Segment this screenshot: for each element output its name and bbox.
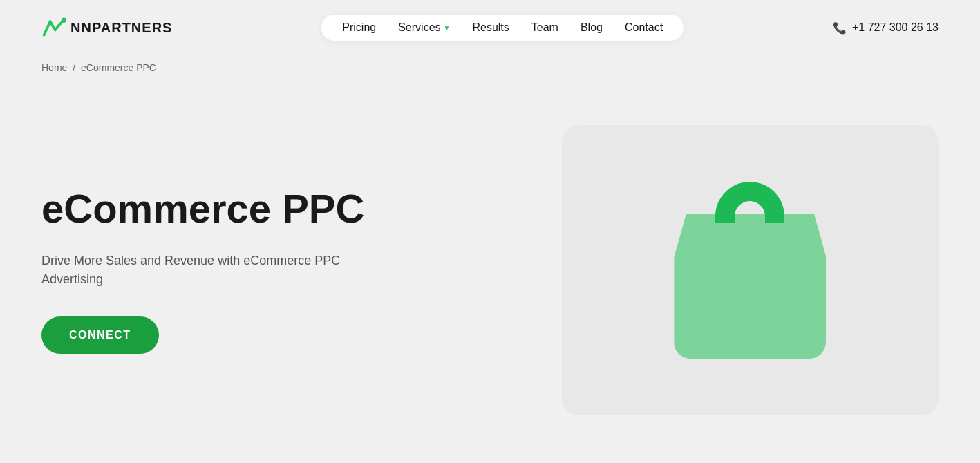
nav-item-pricing[interactable]: Pricing — [342, 21, 376, 34]
connect-button[interactable]: CONNECT — [41, 316, 159, 354]
main-content: eCommerce PPC Drive More Sales and Reven… — [0, 80, 980, 460]
shopping-bag-illustration — [674, 182, 826, 359]
breadcrumb-home[interactable]: Home — [41, 62, 67, 73]
page-title: eCommerce PPC — [41, 187, 507, 231]
phone-text: +1 727 300 26 13 — [852, 21, 939, 34]
logo-text: NNPARTNERS — [70, 20, 172, 36]
breadcrumb-current: eCommerce PPC — [81, 62, 156, 73]
main-nav-wrapper: Pricing Services ▼ Results Team Blog Con… — [321, 15, 684, 41]
nav-item-team[interactable]: Team — [531, 21, 558, 34]
logo-icon — [41, 15, 66, 40]
phone-number[interactable]: 📞 +1 727 300 26 13 — [833, 21, 939, 35]
hero-subtitle: Drive More Sales and Revenue with eComme… — [41, 252, 373, 289]
hero-left-section: eCommerce PPC Drive More Sales and Reven… — [41, 187, 535, 354]
nav-item-results[interactable]: Results — [472, 21, 509, 34]
illustration-card — [562, 125, 939, 415]
phone-icon: 📞 — [833, 21, 847, 35]
site-header: NNPARTNERS Pricing Services ▼ Results Te… — [0, 0, 980, 55]
bag-handle-icon — [715, 182, 784, 223]
bag-body-icon — [674, 214, 826, 359]
svg-point-0 — [62, 18, 66, 23]
nav-item-services[interactable]: Services ▼ — [398, 21, 450, 34]
nav-services-label: Services — [398, 21, 440, 34]
main-nav: Pricing Services ▼ Results Team Blog Con… — [342, 21, 663, 34]
hero-right-section — [562, 125, 939, 415]
nav-item-contact[interactable]: Contact — [625, 21, 663, 34]
logo-link[interactable]: NNPARTNERS — [41, 15, 172, 40]
breadcrumb-separator: / — [73, 62, 75, 73]
breadcrumb: Home / eCommerce PPC — [0, 55, 980, 80]
chevron-down-icon: ▼ — [444, 24, 451, 32]
nav-item-blog[interactable]: Blog — [581, 21, 603, 34]
